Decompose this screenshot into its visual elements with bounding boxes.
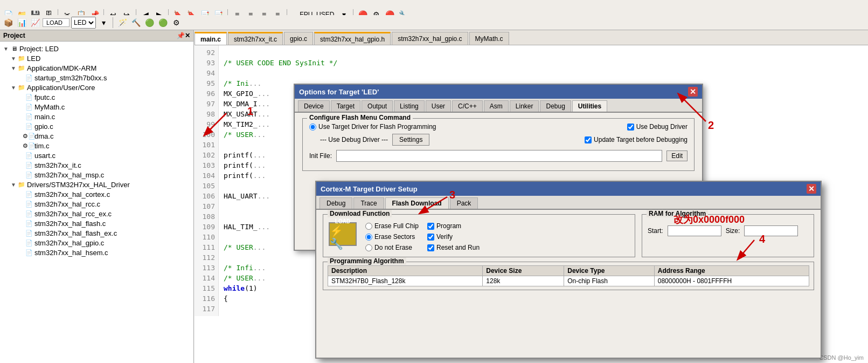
options-tab-cpp[interactable]: C/C++ xyxy=(452,100,483,112)
chk-verify-input[interactable] xyxy=(427,234,434,241)
code-line-93: /* USER CODE END SysInit */ xyxy=(224,58,864,68)
t2-green1-icon[interactable]: 🟢 xyxy=(143,17,155,29)
t2-build-icon[interactable]: 🔨 xyxy=(130,17,142,29)
tree-rcc-ex[interactable]: 📄 stm32h7xx_hal_rcc_ex.c xyxy=(0,209,193,218)
options-dialog-titlebar: Options for Target 'LED' ✕ xyxy=(295,85,702,99)
radio-use-target-driver-input[interactable] xyxy=(309,124,316,131)
init-file-input[interactable] xyxy=(336,150,662,162)
chk-program-input[interactable] xyxy=(427,223,434,230)
edit-button[interactable]: Edit xyxy=(666,150,688,161)
tree-flash-ex[interactable]: 📄 stm32h7xx_hal_flash_ex.c xyxy=(0,228,193,238)
options-tab-output[interactable]: Output xyxy=(362,100,393,112)
tree-led[interactable]: ▼ 📁 LED xyxy=(0,53,193,63)
start-input[interactable]: 0x20000000 xyxy=(668,225,721,236)
prog-algo-label: Programming Algorithm xyxy=(328,257,406,265)
radio-erase-sectors-input[interactable] xyxy=(365,234,372,241)
tree-flash-label: stm32h7xx_hal_flash.c xyxy=(34,220,106,228)
tree-flash[interactable]: 📄 stm32h7xx_hal_flash.c xyxy=(0,218,193,228)
options-tab-device[interactable]: Device xyxy=(298,100,330,112)
checkbox-use-debug-driver-input[interactable] xyxy=(627,124,634,131)
flash-menu-group-label: Configure Flash Menu Command xyxy=(307,114,413,121)
t2-magic-icon[interactable]: 🪄 xyxy=(116,17,128,29)
options-dialog-close[interactable]: ✕ xyxy=(688,87,698,97)
chk-reset-run[interactable]: Reset and Run xyxy=(427,244,480,251)
radio-erase-full-input[interactable] xyxy=(365,223,372,230)
options-tab-asm[interactable]: Asm xyxy=(484,100,509,112)
t2-icon1[interactable]: 📦 xyxy=(2,17,14,29)
tree-fputc[interactable]: 📄 fputc.c xyxy=(0,92,193,102)
options-tab-linker[interactable]: Linker xyxy=(510,100,539,112)
options-row1: Use Target Driver for Flash Programming … xyxy=(309,123,688,131)
tree-mymath[interactable]: 📄 MyMath.c xyxy=(0,102,193,112)
tree-hal-msp[interactable]: 📄 stm32h7xx_hal_msp.c xyxy=(0,170,193,180)
project-panel-title: Project 📌✕ xyxy=(0,30,193,42)
tab-hal-gpio-c[interactable]: stm32h7xx_hal_gpio.c xyxy=(392,32,468,45)
table-row[interactable]: STM32H7B0_Flash_128k 128k On-chip Flash … xyxy=(328,276,809,286)
tree-drivers[interactable]: ▼ 📁 Drivers/STM32H7xx_HAL_Driver xyxy=(0,180,193,189)
tree-gpio[interactable]: 📄 gpio.c xyxy=(0,121,193,131)
cortex-tab-flash-download[interactable]: Flash Download xyxy=(385,197,449,209)
size-input[interactable]: 0x00001000 xyxy=(744,225,798,236)
tab-gpio-c[interactable]: gpio.c xyxy=(284,32,313,45)
t2-icon2[interactable]: 📊 xyxy=(16,17,27,29)
checkbox-use-debug-driver[interactable]: Use Debug Driver xyxy=(627,123,688,131)
download-function-group-label: Download Function xyxy=(328,210,392,217)
cortex-dialog[interactable]: Cortex-M Target Driver Setup ✕ Debug Tra… xyxy=(315,181,822,359)
chk-program[interactable]: Program xyxy=(427,222,480,230)
cortex-tab-trace-label: Trace xyxy=(360,200,377,207)
radio-erase-full-chip[interactable]: Erase Full Chip xyxy=(365,222,419,230)
radio-use-target-driver[interactable]: Use Target Driver for Flash Programming xyxy=(309,123,436,131)
tree-rcc-ex-label: stm32h7xx_hal_rcc_ex.c xyxy=(34,210,112,218)
options-tab-utilities[interactable]: Utilities xyxy=(572,100,607,112)
cortex-tab-debug[interactable]: Debug xyxy=(320,197,352,209)
tree-rcc[interactable]: 📄 stm32h7xx_hal_rcc.c xyxy=(0,199,193,209)
t2-icon3[interactable]: 📈 xyxy=(29,17,41,29)
t2-green2-icon[interactable]: 🟢 xyxy=(157,17,169,29)
tree-startup[interactable]: 📄 startup_stm32h7b0xx.s xyxy=(0,73,193,83)
options-tab-listing[interactable]: Listing xyxy=(394,100,425,112)
tree-hsem[interactable]: 📄 stm32h7xx_hal_hsem.c xyxy=(0,248,193,257)
tree-app-user[interactable]: ▼ 📁 Application/User/Core xyxy=(0,83,193,92)
init-file-label: Init File: xyxy=(309,152,332,160)
cortex-tab-pack[interactable]: Pack xyxy=(450,197,478,209)
tree-hal-gpio-label: stm32h7xx_hal_gpio.c xyxy=(34,239,104,247)
td-device-type: On-chip Flash xyxy=(564,276,654,286)
cortex-dialog-close[interactable]: ✕ xyxy=(807,184,816,194)
tree-cortex[interactable]: 📄 stm32h7xx_hal_cortex.c xyxy=(0,189,193,199)
checkbox-update-before-debug[interactable]: Update Target before Debugging xyxy=(585,136,688,143)
load-label: LOAD xyxy=(43,18,70,27)
tab-stm-it[interactable]: stm32h7xx_it.c xyxy=(228,32,283,45)
drivers-folder-icon: 📁 xyxy=(17,180,26,189)
chk-reset-run-input[interactable] xyxy=(427,244,434,251)
t2-dropdown-icon[interactable]: ▾ xyxy=(98,17,109,29)
options-tab-user[interactable]: User xyxy=(426,100,451,112)
project-select[interactable]: LED xyxy=(71,17,96,29)
tab-hal-gpio-h[interactable]: stm32h7xx_hal_gpio.h xyxy=(314,32,391,45)
settings-button[interactable]: Settings xyxy=(392,134,429,146)
tree-hal-gpio[interactable]: 📄 stm32h7xx_hal_gpio.c xyxy=(0,238,193,248)
radio-do-not-erase-input[interactable] xyxy=(365,244,372,251)
cortex-tab-trace[interactable]: Trace xyxy=(353,197,384,209)
options-tab-target[interactable]: Target xyxy=(331,100,360,112)
tab-main-c[interactable]: main.c xyxy=(195,32,227,45)
tree-app-mdk[interactable]: ▼ 📁 Application/MDK-ARM xyxy=(0,63,193,73)
radio-erase-full-label: Erase Full Chip xyxy=(374,222,419,230)
tree-dma[interactable]: ⚙📄 dma.c xyxy=(0,131,193,141)
radio-do-not-erase[interactable]: Do not Erase xyxy=(365,244,419,251)
tree-usart[interactable]: 📄 usart.c xyxy=(0,150,193,160)
tree-tim[interactable]: ⚙📄 tim.c xyxy=(0,141,193,150)
tree-stm-it[interactable]: 📄 stm32h7xx_it.c xyxy=(0,160,193,170)
tree-mymath-label: MyMath.c xyxy=(34,103,65,111)
tab-mymath-c[interactable]: MyMath.c xyxy=(469,32,509,45)
project-panel-pin-icon[interactable]: 📌✕ xyxy=(177,32,190,39)
tree-usart-label: usart.c xyxy=(34,152,55,160)
tree-main[interactable]: 📄 main.c xyxy=(0,112,193,121)
checkbox-update-input[interactable] xyxy=(585,136,592,143)
tree-root[interactable]: ▼ 🖥 Project: LED xyxy=(0,44,193,53)
prog-algo-section: Programming Algorithm Description Device… xyxy=(316,262,821,294)
chk-verify[interactable]: Verify xyxy=(427,233,480,241)
options-dialog-tabs: Device Target Output Listing User C/C++ … xyxy=(295,99,702,113)
t2-gear-icon[interactable]: ⚙ xyxy=(170,17,182,29)
options-tab-debug[interactable]: Debug xyxy=(540,100,571,112)
radio-erase-sectors[interactable]: Erase Sectors xyxy=(365,233,419,241)
